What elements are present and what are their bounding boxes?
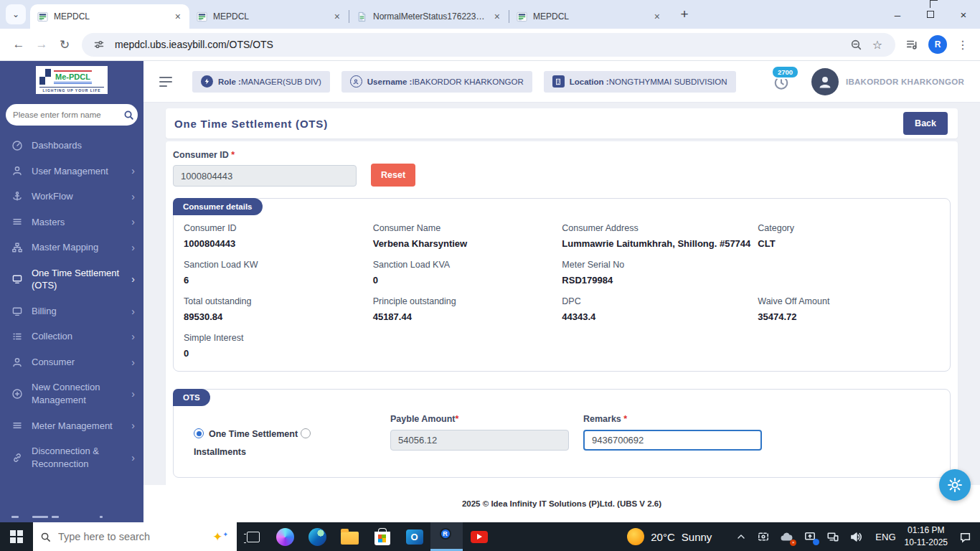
network-icon[interactable] (826, 530, 839, 543)
app-footer: 2025 © Idea Infinity IT Solutions (P)Ltd… (143, 485, 980, 522)
session-timer[interactable]: 2700 (773, 73, 790, 90)
address-bar[interactable]: ☆ (82, 33, 895, 57)
screenshare-icon[interactable] (804, 530, 816, 543)
sidebar-item-clipped[interactable] (0, 512, 143, 522)
detail-field-value: 89530.84 (184, 311, 366, 322)
page-title: One Time Settlement (OTS) (174, 118, 328, 130)
form-search-input[interactable] (13, 110, 123, 119)
detail-field-value: 1000804443 (184, 238, 366, 249)
back-nav-icon[interactable]: ← (7, 33, 30, 56)
new-tab-button[interactable]: + (674, 4, 694, 24)
reset-button[interactable]: Reset (371, 164, 415, 187)
notification-center-icon[interactable] (959, 531, 971, 543)
payable-amount-input[interactable] (390, 430, 569, 451)
copilot-taskbar-icon[interactable] (269, 522, 301, 551)
bookmark-star-icon[interactable]: ☆ (872, 38, 882, 52)
username-value: IBAKORDOR KHARKONGOR (412, 77, 523, 86)
cast-icon[interactable] (757, 530, 770, 543)
file-explorer-taskbar-icon[interactable] (334, 522, 366, 551)
reload-icon[interactable]: ↻ (53, 33, 76, 56)
logo-text: Me-PDCL (54, 70, 92, 84)
sidebar-item-master-mapping[interactable]: Master Mapping› (0, 235, 143, 260)
consumer-id-input[interactable] (173, 165, 357, 187)
detail-field-label: DPC (562, 296, 750, 306)
browser-tab[interactable]: MEPDCL× (30, 4, 189, 29)
url-input[interactable] (115, 39, 846, 50)
chevron-right-icon: › (131, 242, 135, 253)
language-indicator[interactable]: ENG (875, 532, 895, 542)
weather-widget[interactable]: 20°C Sunny (627, 528, 712, 545)
sidebar-item-user-management[interactable]: User Management› (0, 159, 143, 184)
taskbar-clock[interactable]: 01:16 PM 10-11-2025 (905, 524, 948, 549)
sidebar-item-label: New Connection Management (32, 381, 127, 406)
detail-field-label: Consumer Address (562, 223, 750, 233)
tab-title: MEPDCL (54, 11, 168, 22)
tab-close-icon[interactable]: × (172, 11, 184, 22)
back-button[interactable]: Back (903, 112, 948, 135)
sidebar-item-consumer[interactable]: Consumer› (0, 349, 143, 375)
detail-field-value: Verbena Kharsyntiew (373, 238, 555, 249)
tab-close-icon[interactable]: × (651, 11, 663, 22)
location-badge: Location : NONGTHYMMAI SUBDIVISION (544, 71, 736, 93)
app-frame: Me-PDCL LIGHTING UP YOUR LIFE Dashboards… (0, 61, 980, 522)
taskbar-search-input[interactable] (58, 531, 212, 542)
chevron-up-icon[interactable] (735, 531, 747, 542)
search-icon (123, 110, 134, 121)
taskbar-search-box[interactable]: ✦✦ (33, 522, 237, 551)
remarks-input[interactable] (583, 430, 762, 451)
task-view-taskbar-icon[interactable] (237, 522, 269, 551)
sidebar-item-new-connection-management[interactable]: New Connection Management› (0, 375, 143, 413)
tab-close-icon[interactable]: × (491, 11, 503, 22)
app-logo: Me-PDCL LIGHTING UP YOUR LIFE (36, 66, 108, 94)
sidebar-item-collection[interactable]: Collection› (0, 324, 143, 349)
chevron-right-icon: › (131, 452, 135, 463)
detail-field-value: 45187.44 (373, 311, 555, 322)
browser-tabs: MEPDCL×MEPDCL×NormalMeterStatus176223888… (30, 4, 669, 29)
browser-tab[interactable]: MEPDCL× (509, 4, 669, 29)
installments-radio[interactable] (301, 428, 311, 438)
cloud-offline-icon[interactable]: × (780, 530, 793, 544)
minimize-button[interactable]: – (881, 0, 914, 29)
sidebar-item-meter-management[interactable]: Meter Management› (0, 413, 143, 439)
tab-search-button[interactable]: ⌄ (6, 4, 26, 24)
restore-button[interactable] (914, 0, 947, 29)
store-taskbar-icon[interactable] (366, 522, 398, 551)
browser-tab[interactable]: MEPDCL× (189, 4, 349, 29)
detail-field-label: Waive Off Amount (758, 296, 940, 306)
sidebar-item-billing[interactable]: Billing› (0, 298, 143, 324)
detail-field: Sanction Load KVA0 (373, 260, 555, 286)
settings-fab[interactable] (939, 469, 971, 501)
sidebar-toggle-icon[interactable] (159, 77, 174, 87)
detail-field-value: 6 (184, 275, 366, 286)
monitor-icon (11, 273, 23, 285)
chrome-taskbar-icon[interactable]: R (430, 522, 463, 551)
sidebar-item-dashboards[interactable]: Dashboards (0, 133, 143, 159)
media-playlist-icon[interactable] (905, 38, 918, 51)
sidebar-item-disconnection-reconnection[interactable]: Disconnection & Reconnection› (0, 438, 143, 476)
user-avatar[interactable] (811, 68, 839, 95)
sidebar-item-one-time-settlement-ots[interactable]: One Time Settlement (OTS)› (0, 260, 143, 298)
outlook-taskbar-icon[interactable]: O (398, 522, 430, 551)
volume-icon[interactable] (849, 530, 863, 544)
taskbar-apps: OR (237, 522, 495, 551)
one-time-settlement-radio[interactable] (194, 428, 204, 438)
forward-nav-icon[interactable]: → (30, 33, 53, 56)
location-building-icon (552, 75, 565, 88)
browser-profile-avatar[interactable]: R (928, 35, 947, 54)
youtube-taskbar-icon[interactable] (463, 522, 495, 551)
sidebar-item-workflow[interactable]: WorkFlow› (0, 184, 143, 209)
logo-tagline: LIGHTING UP YOUR LIFE (39, 87, 104, 93)
edge-taskbar-icon[interactable] (301, 522, 334, 551)
start-button[interactable] (0, 522, 33, 551)
zoom-out-icon[interactable] (850, 39, 862, 51)
sidebar-item-label: WorkFlow (32, 190, 127, 203)
site-info-icon[interactable] (93, 39, 105, 50)
tab-close-icon[interactable]: × (331, 11, 343, 22)
sidebar-item-masters[interactable]: Masters› (0, 209, 143, 235)
close-button[interactable]: × (947, 0, 980, 29)
bing-sparkle-icon: ✦✦ (212, 529, 228, 545)
browser-tab[interactable]: NormalMeterStatus17622388870× (349, 4, 509, 29)
form-search-box[interactable] (6, 104, 138, 126)
browser-menu-icon[interactable]: ⋮ (957, 38, 969, 52)
tab-title: NormalMeterStatus17622388870 (373, 11, 487, 22)
